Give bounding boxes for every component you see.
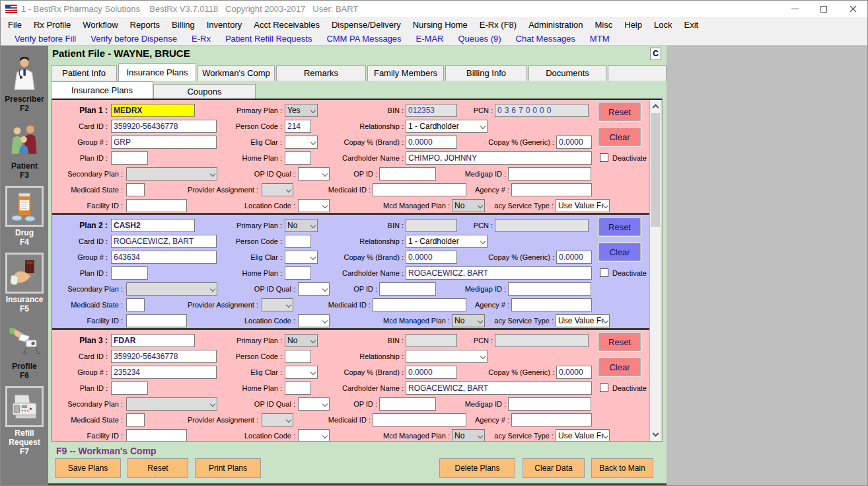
sidebar-item-drug[interactable]: DrugF4 bbox=[1, 186, 48, 247]
menu-item-acct-receivables[interactable]: Acct Receivables bbox=[248, 17, 326, 32]
menu-item-billing[interactable]: Billing bbox=[166, 17, 201, 32]
medicaid-state-input[interactable] bbox=[126, 298, 145, 311]
close-button[interactable] bbox=[838, 1, 867, 17]
reset-plan-button[interactable]: Reset bbox=[598, 218, 641, 236]
subtab-coupons[interactable]: Coupons bbox=[153, 84, 256, 99]
toolbar-link-mtm[interactable]: MTM bbox=[583, 32, 617, 46]
copay-brand-input[interactable]: 0.0000 bbox=[406, 366, 457, 379]
home-plan-input[interactable] bbox=[285, 266, 311, 280]
copay-generic-input[interactable]: 0.0000 bbox=[556, 136, 592, 149]
person-code-input[interactable] bbox=[285, 350, 311, 363]
menu-item-misc[interactable]: Misc bbox=[589, 17, 619, 32]
menu-item-rx-profile[interactable]: Rx Profile bbox=[28, 17, 77, 32]
op-id-qual-select[interactable] bbox=[298, 397, 330, 411]
menu-item-lock[interactable]: Lock bbox=[648, 17, 678, 32]
elig-clar-select[interactable] bbox=[285, 136, 318, 149]
clear-plan-button[interactable]: Clear bbox=[598, 128, 641, 146]
location-code-select[interactable] bbox=[298, 314, 330, 327]
location-code-select[interactable] bbox=[298, 429, 330, 441]
op-id-input[interactable] bbox=[379, 397, 436, 411]
medicaid-id-input[interactable] bbox=[373, 413, 466, 426]
back-to-main-button[interactable]: Back to Main bbox=[591, 458, 653, 478]
primary-plan-select[interactable]: Yes bbox=[285, 104, 318, 117]
mcd-managed-plan-select[interactable]: No bbox=[452, 199, 485, 212]
pharmacy-service-type-select[interactable]: Use Value Fr bbox=[556, 199, 610, 212]
relationship-select[interactable]: 1 - Cardholder bbox=[406, 235, 488, 248]
reset-plan-button[interactable]: Reset bbox=[598, 333, 641, 351]
relationship-select[interactable]: 1 - Cardholder bbox=[406, 120, 488, 133]
menu-item-workflow[interactable]: Workflow bbox=[77, 17, 124, 32]
deactivate-checkbox[interactable] bbox=[600, 384, 608, 392]
sidebar-item-prescriber[interactable]: PrescriberF2 bbox=[1, 52, 48, 113]
home-plan-input[interactable] bbox=[285, 151, 311, 165]
agency-input[interactable] bbox=[511, 183, 592, 196]
sidebar-item-profile[interactable]: ProfileF6 bbox=[1, 319, 48, 380]
medicaid-state-input[interactable] bbox=[126, 183, 145, 196]
plan-name-input[interactable]: MEDRX bbox=[111, 104, 195, 117]
menu-item-file[interactable]: File bbox=[2, 17, 28, 32]
clear-plan-button[interactable]: Clear bbox=[598, 243, 641, 261]
vertical-scrollbar[interactable] bbox=[649, 100, 661, 441]
agency-input[interactable] bbox=[511, 413, 592, 426]
primary-plan-select[interactable]: No bbox=[285, 334, 318, 347]
toolbar-link-verify-before-dispense[interactable]: Verify before Dispense bbox=[83, 32, 184, 46]
plan-id-input[interactable] bbox=[111, 151, 148, 165]
facility-id-input[interactable] bbox=[126, 199, 187, 212]
elig-clar-select[interactable] bbox=[285, 251, 318, 264]
clear-data-button[interactable]: Clear Data bbox=[523, 458, 585, 478]
menu-item-nursing-home[interactable]: Nursing Home bbox=[407, 17, 474, 32]
maximize-button[interactable] bbox=[809, 1, 838, 17]
medicaid-id-input[interactable] bbox=[373, 298, 466, 311]
plan-name-input[interactable]: FDAR bbox=[111, 334, 195, 347]
scrollbar-thumb[interactable] bbox=[651, 113, 660, 227]
medicaid-state-input[interactable] bbox=[126, 413, 145, 426]
mcd-managed-plan-select[interactable]: No bbox=[452, 429, 485, 441]
tab-family-members[interactable]: Family Members bbox=[367, 65, 444, 81]
corner-c-button[interactable]: C bbox=[650, 48, 661, 60]
home-plan-input[interactable] bbox=[285, 382, 311, 395]
pharmacy-service-type-select[interactable]: Use Value Fr bbox=[556, 429, 610, 441]
delete-plans-button[interactable]: Delete Plans bbox=[439, 458, 515, 478]
cardholder-name-input[interactable]: ROGACEWICZ, BART bbox=[406, 382, 592, 395]
toolbar-link-cmm-pa-messages[interactable]: CMM PA Messages bbox=[319, 32, 408, 46]
tab-workman-s-comp[interactable]: Workman's Comp bbox=[198, 65, 275, 81]
toolbar-link-verify-before-fill[interactable]: Verify before Fill bbox=[7, 32, 83, 46]
menu-item-inventory[interactable]: Inventory bbox=[201, 17, 248, 32]
location-code-select[interactable] bbox=[298, 199, 330, 212]
reset-plan-button[interactable]: Reset bbox=[598, 102, 641, 121]
plan-id-input[interactable] bbox=[111, 266, 148, 280]
medicaid-id-input[interactable] bbox=[373, 183, 466, 196]
toolbar-link-chat-messages[interactable]: Chat Messages bbox=[509, 32, 583, 46]
mcd-managed-plan-select[interactable]: No bbox=[452, 314, 485, 327]
toolbar-link-e-rx[interactable]: E-Rx bbox=[184, 32, 218, 46]
facility-id-input[interactable] bbox=[126, 429, 187, 441]
person-code-input[interactable] bbox=[285, 235, 311, 248]
tab-patient-info[interactable]: Patient Info bbox=[51, 65, 117, 81]
deactivate-checkbox[interactable] bbox=[600, 153, 608, 162]
menu-item-dispense-delivery[interactable]: Dispense/Delivery bbox=[326, 17, 407, 32]
clear-plan-button[interactable]: Clear bbox=[598, 358, 641, 376]
menu-item-administration[interactable]: Administration bbox=[523, 17, 589, 32]
tab-billing-info[interactable]: Billing Info bbox=[445, 65, 527, 81]
plan-name-input[interactable]: CASH2 bbox=[111, 219, 195, 232]
relationship-select[interactable] bbox=[406, 350, 488, 363]
copay-generic-input[interactable]: 0.0000 bbox=[556, 366, 592, 379]
scroll-up-arrow-icon[interactable] bbox=[650, 100, 661, 111]
cardholder-name-input[interactable]: ROGACEWICZ, BART bbox=[406, 266, 592, 280]
tab-insurance-plans[interactable]: Insurance Plans bbox=[118, 63, 196, 81]
menu-item-help[interactable]: Help bbox=[618, 17, 648, 32]
person-code-input[interactable]: 214 bbox=[285, 120, 311, 133]
toolbar-link-e-mar[interactable]: E-MAR bbox=[409, 32, 451, 46]
op-id-qual-select[interactable] bbox=[298, 167, 330, 181]
copay-brand-input[interactable]: 0.0000 bbox=[406, 136, 457, 149]
scroll-down-arrow-icon[interactable] bbox=[650, 430, 661, 441]
medigap-id-input[interactable] bbox=[508, 167, 591, 181]
agency-input[interactable] bbox=[511, 298, 592, 311]
tab-remarks[interactable]: Remarks bbox=[276, 65, 366, 81]
minimize-button[interactable] bbox=[780, 1, 809, 17]
menu-item-e-rx-f8[interactable]: E-Rx (F8) bbox=[474, 17, 523, 32]
sidebar-item-patient[interactable]: PatientF3 bbox=[1, 119, 48, 180]
tab-documents[interactable]: Documents bbox=[528, 65, 606, 81]
sidebar-item-refill-request[interactable]: Refill RequestF7 bbox=[1, 386, 48, 456]
op-id-input[interactable] bbox=[379, 282, 436, 296]
